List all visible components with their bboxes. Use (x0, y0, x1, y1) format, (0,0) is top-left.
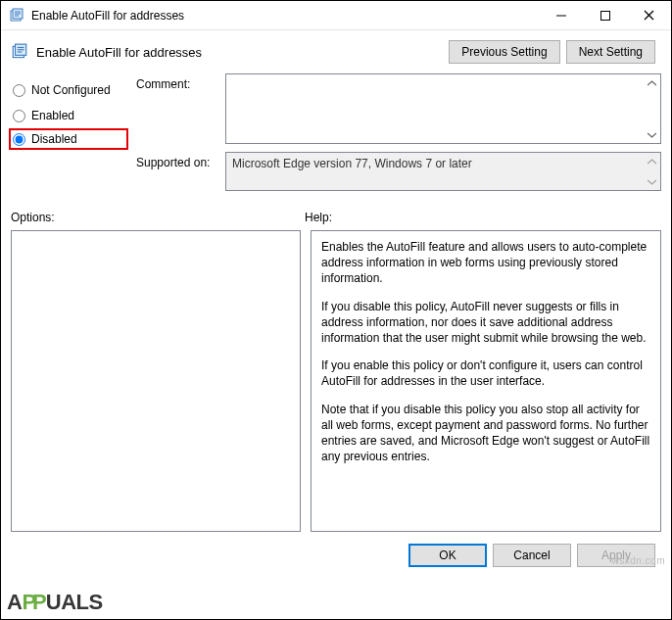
logo-part: PP (22, 590, 42, 615)
radio-enabled-input[interactable] (13, 110, 25, 122)
app-icon (9, 8, 24, 24)
radio-disabled-input[interactable] (13, 133, 25, 146)
page-header: Enable AutoFill for addresses Previous S… (11, 40, 661, 64)
scroll-down-icon[interactable] (645, 174, 659, 189)
dialog-buttons: OK Cancel Apply (11, 544, 661, 567)
disabled-highlight: Disabled (9, 128, 128, 150)
apply-button[interactable]: Apply (577, 544, 655, 567)
radio-disabled[interactable]: Disabled (11, 132, 122, 146)
help-panel: Enables the AutoFill feature and allows … (311, 230, 661, 532)
cancel-button[interactable]: Cancel (493, 544, 571, 567)
state-radio-group: Not Configured Enabled Disabled (11, 73, 128, 191)
options-panel (11, 230, 301, 532)
scroll-down-icon[interactable] (645, 127, 659, 142)
page-title: Enable AutoFill for addresses (36, 45, 449, 60)
radio-not-configured-input[interactable] (13, 84, 25, 97)
appuals-logo: APPUALS (7, 590, 103, 615)
help-text: If you enable this policy or don't confi… (321, 358, 650, 389)
policy-icon (11, 43, 28, 61)
radio-disabled-label: Disabled (31, 132, 77, 146)
logo-part: A (7, 590, 22, 615)
comment-label: Comment: (136, 73, 219, 144)
window-title: Enable AutoFill for addresses (31, 9, 539, 23)
scroll-up-icon[interactable] (645, 154, 659, 168)
ok-button[interactable]: OK (408, 544, 487, 567)
help-text: If you disable this policy, AutoFill nev… (321, 299, 650, 347)
logo-part: UALS (46, 590, 103, 615)
radio-enabled[interactable]: Enabled (11, 103, 128, 128)
previous-setting-button[interactable]: Previous Setting (449, 40, 559, 64)
svg-rect-6 (600, 11, 609, 20)
help-text: Enables the AutoFill feature and allows … (321, 239, 650, 287)
scroll-up-icon[interactable] (645, 75, 659, 90)
radio-not-configured-label: Not Configured (31, 83, 111, 97)
options-label: Options: (11, 211, 305, 224)
maximize-button[interactable] (583, 1, 627, 29)
window-controls (539, 1, 671, 29)
minimize-button[interactable] (539, 1, 583, 29)
close-button[interactable] (627, 1, 671, 29)
radio-not-configured[interactable]: Not Configured (11, 77, 128, 103)
help-text: Note that if you disable this policy you… (321, 402, 650, 465)
supported-on-label: Supported on: (136, 152, 219, 191)
radio-enabled-label: Enabled (31, 109, 74, 122)
comment-textarea[interactable] (225, 73, 661, 144)
next-setting-button[interactable]: Next Setting (566, 40, 655, 64)
supported-on-box: Microsoft Edge version 77, Windows 7 or … (225, 152, 661, 191)
supported-on-value: Microsoft Edge version 77, Windows 7 or … (226, 153, 660, 174)
title-bar: Enable AutoFill for addresses (1, 1, 671, 30)
help-label: Help: (305, 211, 332, 224)
